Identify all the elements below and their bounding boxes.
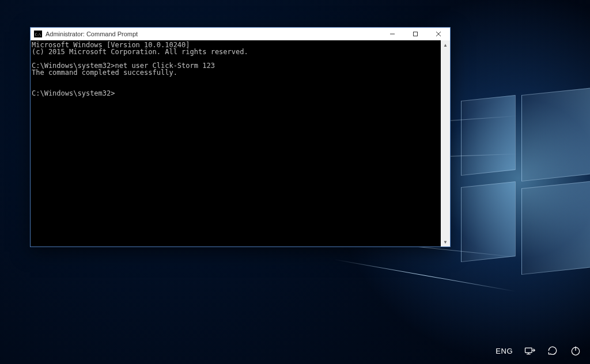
maximize-button[interactable] (404, 28, 427, 40)
terminal-line (32, 76, 440, 83)
minimize-button[interactable] (381, 28, 404, 40)
svg-rect-1 (414, 32, 418, 36)
cmd-icon (34, 31, 42, 37)
desktop: Administrator: Command Prompt Microsoft … (0, 0, 590, 364)
language-indicator[interactable]: ENG (496, 347, 513, 355)
terminal-line: C:\Windows\system32> (32, 90, 440, 97)
close-button[interactable] (427, 28, 450, 40)
ease-of-access-icon[interactable] (523, 344, 536, 357)
scrollbar-track[interactable] (441, 50, 450, 237)
vertical-scrollbar[interactable]: ▲ ▼ (441, 40, 450, 247)
command-prompt-window: Administrator: Command Prompt Microsoft … (30, 27, 451, 247)
terminal-output[interactable]: Microsoft Windows [Version 10.0.10240](c… (31, 40, 441, 247)
window-title: Administrator: Command Prompt (46, 31, 138, 37)
windows-logo-icon (449, 98, 590, 271)
svg-rect-4 (525, 348, 532, 352)
power-icon[interactable] (569, 344, 582, 357)
scroll-down-arrow-icon[interactable]: ▼ (441, 237, 450, 247)
terminal-line: (c) 2015 Microsoft Corporation. All righ… (32, 48, 440, 55)
terminal-line: The command completed successfully. (32, 69, 440, 76)
scroll-up-arrow-icon[interactable]: ▲ (441, 40, 450, 50)
window-client-area: Microsoft Windows [Version 10.0.10240](c… (31, 40, 450, 247)
system-tray: ENG (496, 344, 582, 357)
network-connect-icon[interactable] (546, 344, 559, 357)
titlebar[interactable]: Administrator: Command Prompt (31, 28, 450, 40)
